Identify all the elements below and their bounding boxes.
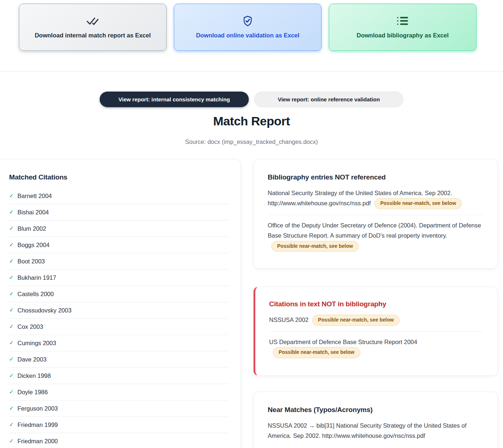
list-item: ✓Doyle 1986 (9, 384, 229, 400)
list-item: ✓Castells 2000 (9, 286, 229, 302)
page-title: Match Report (0, 114, 503, 128)
bib-not-referenced-entries: National Security Strategy of the United… (268, 188, 483, 252)
entry: Office of the Deputy Under Secretary of … (268, 215, 483, 252)
citation-label: Chossudovsky 2003 (17, 307, 72, 314)
entry: NSSUSA 2002Possible near-match, see belo… (269, 315, 483, 326)
citation-label: Cox 2003 (17, 323, 43, 330)
near-match-badge: Possible near-match, see below (374, 198, 462, 209)
list-item: ✓Boot 2003 (9, 253, 229, 270)
citation-label: Barnett 2004 (17, 193, 52, 199)
matched-citations-list: ✓Barnett 2004✓Bishai 2004✓Blum 2002✓Bogg… (9, 188, 229, 448)
entry-text: NSSUSA 2002 (269, 316, 308, 323)
check-icon: ✓ (9, 340, 14, 346)
check-icon: ✓ (9, 405, 14, 412)
citation-label: Castells 2000 (17, 291, 54, 298)
download-online-validation-button[interactable]: Download online validation as Excel (174, 4, 322, 51)
download-bibliography-button[interactable]: Download bibliography as Excel (329, 4, 476, 51)
citation-label: Doyle 1986 (17, 389, 48, 396)
check-icon: ✓ (9, 291, 14, 297)
near-matches-panel: Near Matches (Typos/Acronyms) NSSUSA 200… (254, 392, 498, 448)
view-report-tabs: View report: internal consistency matchi… (0, 92, 503, 107)
download-cards-row: Download internal match report as Excel … (19, 4, 476, 51)
list-item: ✓Bishai 2004 (9, 204, 229, 221)
check-icon: ✓ (9, 258, 14, 265)
entry-text: NSSUSA 2002 → bib[31] National Security … (268, 422, 467, 439)
entry-text: Office of the Deputy Under Secretary of … (268, 222, 481, 239)
section-divider (0, 71, 503, 72)
citation-label: Boot 2003 (17, 258, 45, 265)
tab-internal-consistency[interactable]: View report: internal consistency matchi… (100, 92, 249, 107)
list-item: ✓Barnett 2004 (9, 188, 229, 204)
match-report-page: Download internal match report as Excel … (0, 0, 503, 448)
citation-label: Ferguson 2003 (17, 405, 58, 412)
citation-label: Bishai 2004 (17, 209, 49, 216)
citation-label: Friedman 2000 (17, 438, 58, 445)
download-bibliography-label: Download bibliography as Excel (356, 32, 448, 39)
citation-label: Blum 2002 (17, 225, 46, 232)
list-item: ✓Bukharin 1917 (9, 270, 229, 286)
citation-label: Boggs 2004 (17, 242, 49, 249)
list-item: ✓Ferguson 2003 (9, 400, 229, 417)
citations-not-in-bib-heading: Citations in text NOT in bibliography (269, 300, 483, 308)
list-item: ✓Dave 2003 (9, 351, 229, 368)
citations-not-in-bib-entries: NSSUSA 2002Possible near-match, see belo… (269, 315, 483, 359)
near-match-badge: Possible near-match, see below (271, 241, 359, 252)
double-check-icon (85, 16, 100, 27)
check-icon: ✓ (9, 323, 14, 330)
list-item: ✓Blum 2002 (9, 221, 229, 237)
check-icon: ✓ (9, 242, 14, 248)
download-online-validation-label: Download online validation as Excel (196, 32, 299, 39)
citations-not-in-bib-panel: Citations in text NOT in bibliography NS… (254, 287, 498, 376)
list-icon (396, 16, 409, 27)
right-column: Bibliography entries NOT referenced Nati… (254, 159, 498, 448)
citation-label: Friedman 1999 (17, 421, 58, 428)
check-icon: ✓ (9, 438, 14, 444)
check-icon: ✓ (9, 421, 14, 428)
list-item: ✓Cox 2003 (9, 319, 229, 335)
list-item: ✓Chossudovsky 2003 (9, 302, 229, 319)
citation-label: Dave 2003 (17, 356, 47, 363)
check-icon: ✓ (9, 209, 14, 215)
entry: NSSUSA 2002 → bib[31] National Security … (268, 420, 483, 441)
download-internal-report-label: Download internal match report as Excel (35, 32, 151, 39)
list-item: ✓Friedman 2000 (9, 433, 229, 448)
near-match-badge: Possible near-match, see below (312, 315, 400, 326)
check-icon: ✓ (9, 307, 14, 314)
near-matches-entries: NSSUSA 2002 → bib[31] National Security … (268, 420, 483, 441)
matched-citations-panel: Matched Citations ✓Barnett 2004✓Bishai 2… (0, 159, 241, 448)
list-item: ✓Friedman 1999 (9, 417, 229, 433)
entry: National Security Strategy of the United… (268, 188, 483, 210)
list-item: ✓Dicken 1998 (9, 368, 229, 384)
check-icon: ✓ (9, 356, 14, 363)
near-match-badge: Possible near-match, see below (273, 347, 360, 358)
download-internal-report-button[interactable]: Download internal match report as Excel (19, 4, 167, 51)
check-icon: ✓ (9, 225, 14, 232)
matched-citations-heading: Matched Citations (9, 173, 229, 181)
check-icon: ✓ (9, 193, 14, 199)
list-item: ✓Cumings 2003 (9, 335, 229, 351)
entry-text: US Department of Defence Base Structure … (269, 339, 417, 345)
citation-label: Dicken 1998 (17, 372, 51, 379)
near-matches-heading: Near Matches (Typos/Acronyms) (268, 406, 483, 414)
check-icon: ✓ (9, 389, 14, 395)
citation-label: Bukharin 1917 (17, 274, 56, 281)
list-item: ✓Boggs 2004 (9, 237, 229, 253)
citation-label: Cumings 2003 (17, 340, 56, 347)
tab-online-validation[interactable]: View report: online reference validation (254, 92, 403, 107)
bib-not-referenced-heading: Bibliography entries NOT referenced (268, 173, 483, 181)
shield-check-icon (243, 16, 253, 27)
check-icon: ✓ (9, 372, 14, 379)
entry: US Department of Defence Base Structure … (269, 331, 483, 359)
bib-not-referenced-panel: Bibliography entries NOT referenced Nati… (254, 159, 498, 269)
source-subtitle: Source: docx (imp_essay_tracked_changes.… (0, 138, 503, 145)
check-icon: ✓ (9, 274, 14, 281)
